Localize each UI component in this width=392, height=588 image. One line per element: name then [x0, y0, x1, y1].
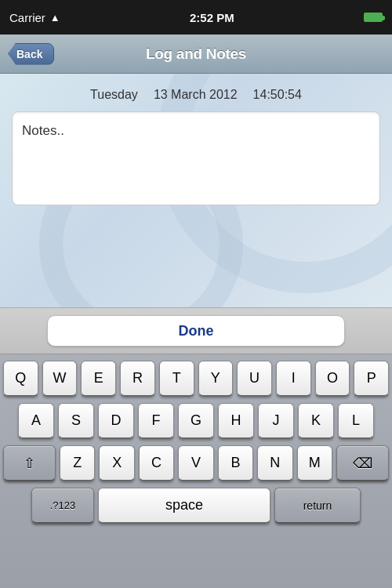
notes-input[interactable]: Notes..: [22, 122, 370, 195]
key-d[interactable]: D: [98, 403, 134, 439]
keyboard-row-2: A S D F G H J K L: [3, 403, 389, 439]
key-h[interactable]: H: [218, 403, 254, 439]
carrier-label: Carrier: [9, 11, 45, 24]
key-j[interactable]: J: [258, 403, 294, 439]
key-p[interactable]: P: [354, 361, 389, 397]
key-r[interactable]: R: [120, 361, 155, 397]
key-n[interactable]: N: [257, 445, 292, 481]
back-button[interactable]: Back: [8, 43, 54, 65]
key-q[interactable]: Q: [3, 361, 38, 397]
key-k[interactable]: K: [298, 403, 334, 439]
key-w[interactable]: W: [42, 361, 78, 397]
key-m[interactable]: M: [297, 445, 332, 481]
key-delete[interactable]: ⌫: [336, 445, 389, 481]
keyboard-row-4: .?123 space return: [3, 488, 389, 524]
key-v[interactable]: V: [178, 445, 213, 481]
status-time: 2:52 PM: [190, 11, 234, 24]
key-i[interactable]: I: [276, 361, 311, 397]
key-space[interactable]: space: [98, 488, 270, 524]
wifi-icon: ▲: [50, 12, 60, 24]
keyboard-row-1: Q W E R T Y U I O P: [3, 361, 389, 397]
status-bar: Carrier ▲ 2:52 PM: [0, 0, 392, 34]
main-content: Tuesday 13 March 2012 14:50:54 Notes..: [0, 74, 392, 307]
key-o[interactable]: O: [315, 361, 350, 397]
key-g[interactable]: G: [178, 403, 214, 439]
key-y[interactable]: Y: [198, 361, 234, 397]
status-right: [364, 13, 383, 22]
keyboard: Q W E R T Y U I O P A S D F G H J K L ⇧ …: [0, 354, 392, 588]
key-z[interactable]: Z: [60, 445, 95, 481]
key-a[interactable]: A: [18, 403, 54, 439]
nav-title: Log and Notes: [146, 45, 246, 63]
key-c[interactable]: C: [139, 445, 174, 481]
done-area: Done: [0, 307, 392, 354]
nav-bar: Back Log and Notes: [0, 34, 392, 74]
keyboard-row-3: ⇧ Z X C V B N M ⌫: [3, 445, 389, 481]
key-s[interactable]: S: [58, 403, 94, 439]
date-bar: Tuesday 13 March 2012 14:50:54: [0, 74, 392, 111]
key-t[interactable]: T: [159, 361, 194, 397]
done-button[interactable]: Done: [47, 315, 345, 347]
key-return[interactable]: return: [274, 488, 361, 524]
key-shift[interactable]: ⇧: [3, 445, 56, 481]
key-l[interactable]: L: [338, 403, 374, 439]
key-b[interactable]: B: [218, 445, 253, 481]
key-u[interactable]: U: [237, 361, 272, 397]
key-e[interactable]: E: [81, 361, 116, 397]
battery-icon: [364, 13, 383, 22]
notes-area[interactable]: Notes..: [12, 111, 380, 205]
date-value: 13 March 2012: [154, 88, 238, 102]
day-of-week: Tuesday: [90, 88, 138, 102]
key-x[interactable]: X: [99, 445, 134, 481]
key-numbers[interactable]: .?123: [31, 488, 94, 524]
status-left: Carrier ▲: [9, 11, 60, 24]
key-f[interactable]: F: [138, 403, 174, 439]
time-value: 14:50:54: [253, 88, 302, 102]
